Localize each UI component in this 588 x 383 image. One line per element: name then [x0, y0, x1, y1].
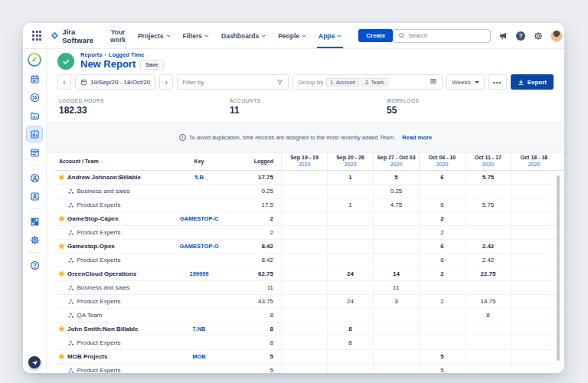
key-cell[interactable]: GAMESTOP-C — [172, 212, 226, 225]
team-row[interactable]: QA Team88 — [54, 309, 564, 322]
notifications-megaphone-icon[interactable] — [498, 31, 508, 41]
team-row[interactable]: Product Experts17.514.7565.75 — [54, 198, 564, 212]
quickstart-icon[interactable] — [28, 356, 41, 368]
week-cell — [465, 336, 511, 349]
week-cell — [281, 350, 327, 363]
sidebar-help-icon[interactable] — [27, 257, 42, 273]
nav-item-filters[interactable]: Filters — [177, 23, 216, 48]
sidebar-apps-grid-icon[interactable] — [27, 214, 42, 229]
filter-by-dropdown[interactable]: Filter by — [177, 74, 289, 90]
next-period-button[interactable]: › — [159, 74, 173, 90]
nav-item-people[interactable]: People — [272, 23, 312, 48]
sidebar-bar-chart-icon[interactable] — [27, 126, 42, 142]
account-icon — [59, 326, 64, 332]
column-week-oct-04-10[interactable]: Oct 04 - 102020 — [419, 152, 465, 170]
group-options-icon[interactable] — [430, 77, 437, 87]
account-row[interactable]: Andrew Johnson:Billable5.B17.751565.75 — [54, 171, 564, 185]
sidebar-settings-icon[interactable] — [27, 232, 42, 247]
week-cell: 6 — [419, 198, 465, 211]
team-row[interactable]: Business and sales0.250.25 — [54, 185, 564, 198]
account-row[interactable]: GameStop-CapexGAMESTOP-C22 — [54, 212, 564, 226]
logged-cell: 5 — [226, 364, 281, 373]
table-scrollbar[interactable] — [557, 175, 560, 361]
key-cell[interactable]: GAMESTOP-O — [172, 240, 226, 253]
account-icon — [59, 244, 64, 249]
nav-item-apps[interactable]: Apps — [312, 23, 348, 48]
create-button[interactable]: Create — [358, 29, 393, 42]
settings-icon[interactable] — [533, 31, 544, 41]
column-week-sep-20-26[interactable]: Sep 20 - 262020 — [327, 152, 373, 170]
team-row[interactable]: Product Experts55 — [54, 364, 564, 373]
stat-accounts: ACCOUNTS 11 — [230, 98, 387, 116]
key-cell[interactable]: MOB — [172, 350, 226, 363]
search-field[interactable] — [408, 32, 485, 39]
key-cell — [172, 226, 226, 239]
nav-item-your-work[interactable]: Your work — [104, 23, 132, 48]
account-row[interactable]: MOB ProjectsMOB55 — [54, 350, 564, 364]
week-cell: 4.75 — [373, 198, 419, 211]
period-dropdown[interactable]: Weeks — [446, 74, 484, 90]
app-title: Jira Software — [62, 28, 93, 44]
prev-period-button[interactable]: ‹ — [57, 74, 71, 90]
key-cell — [172, 295, 226, 308]
search-input[interactable] — [393, 29, 491, 43]
sidebar-expand-icon[interactable] — [27, 90, 42, 105]
read-more-link[interactable]: Read more — [402, 134, 432, 141]
team-row[interactable]: Product Experts22 — [54, 226, 564, 240]
account-row[interactable]: John Smith:Non Billable7.NB88 — [54, 322, 564, 336]
column-week-oct-11-17[interactable]: Oct 11 - 172020 — [465, 152, 511, 170]
chevron-down-icon — [475, 81, 479, 83]
team-row[interactable]: Product Experts8.4262.42 — [54, 254, 564, 267]
team-icon — [68, 285, 74, 291]
team-row[interactable]: Business and sales1111 — [54, 281, 564, 295]
key-cell — [172, 281, 226, 294]
key-cell[interactable]: 7.NB — [172, 322, 226, 336]
key-cell[interactable]: 199999 — [172, 267, 226, 280]
week-cell — [465, 212, 511, 225]
account-row[interactable]: GreenCloud Operations19999962.752414222.… — [54, 267, 564, 281]
chevron-down-icon — [337, 34, 341, 38]
column-week-oct-18-18[interactable]: Oct 18 - 182020 — [511, 152, 557, 170]
week-cell — [281, 240, 327, 253]
account-row[interactable]: Gamestop-OpexGAMESTOP-O8.4262.42 — [54, 240, 564, 254]
team-name: Product Experts — [54, 226, 172, 239]
account-icon — [59, 354, 64, 359]
week-cell — [465, 322, 511, 336]
tempo-logo-icon[interactable]: ✓ — [28, 53, 41, 67]
nav-item-projects[interactable]: Projects — [132, 23, 177, 48]
team-name: QA Team — [54, 309, 172, 322]
column-key[interactable]: Key — [172, 152, 226, 170]
group-chip-1-account[interactable]: 1. Account — [326, 78, 359, 87]
nav-item-dashboards[interactable]: Dashboards — [215, 23, 272, 48]
user-avatar[interactable] — [550, 30, 563, 42]
column-week-sep-27-oct-03[interactable]: Sep 27 - Oct 032020 — [373, 152, 419, 170]
week-cell: 14 — [373, 267, 419, 280]
logged-cell: 43.75 — [226, 295, 281, 308]
column-logged[interactable]: Logged — [226, 152, 281, 170]
team-row[interactable]: Product Experts88 — [54, 336, 564, 350]
group-by-control[interactable]: Group by 1. Account2. Team — [292, 74, 443, 90]
sidebar-teams-icon[interactable] — [27, 170, 42, 185]
export-button[interactable]: Export — [511, 74, 554, 90]
column-week-sep-19-19[interactable]: Sep 19 - 192020 — [281, 152, 327, 170]
save-button[interactable]: Save — [140, 60, 163, 70]
week-cell — [465, 281, 511, 294]
week-cell — [465, 185, 511, 198]
key-cell[interactable]: 5.B — [172, 171, 226, 184]
sidebar-report-icon[interactable] — [27, 145, 42, 160]
account-name: GameStop-Capex — [54, 212, 172, 225]
jira-logo[interactable]: Jira Software — [51, 28, 93, 44]
sidebar-accounts-icon[interactable] — [27, 188, 42, 204]
week-cell — [373, 226, 419, 239]
team-row[interactable]: Product Experts43.75243214.75 — [54, 295, 564, 309]
week-cell — [281, 364, 327, 373]
column-account-team[interactable]: Account / Team↑ — [54, 152, 172, 170]
group-chip-2-team[interactable]: 2. Team — [361, 78, 388, 87]
sidebar-calendar-icon[interactable] — [27, 71, 42, 87]
date-range-picker[interactable]: 19/Sep/20 - 18/Oct/20 — [75, 74, 155, 90]
more-actions-button[interactable]: ••• — [488, 74, 507, 90]
week-cell — [511, 198, 557, 211]
sidebar-folder-reports-icon[interactable] — [27, 108, 42, 123]
app-switcher-icon[interactable] — [31, 29, 43, 41]
help-icon[interactable]: ? — [515, 31, 526, 41]
